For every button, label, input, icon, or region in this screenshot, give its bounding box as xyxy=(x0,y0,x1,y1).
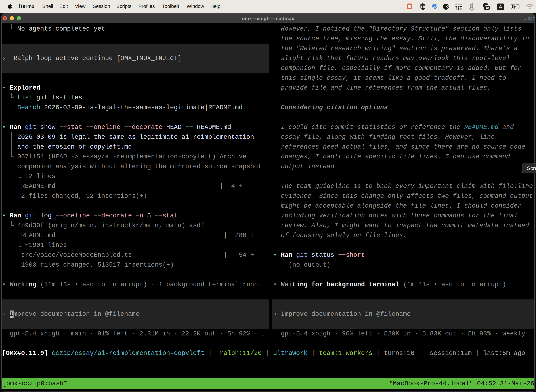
svg-text:..61: ..61 xyxy=(484,7,489,10)
